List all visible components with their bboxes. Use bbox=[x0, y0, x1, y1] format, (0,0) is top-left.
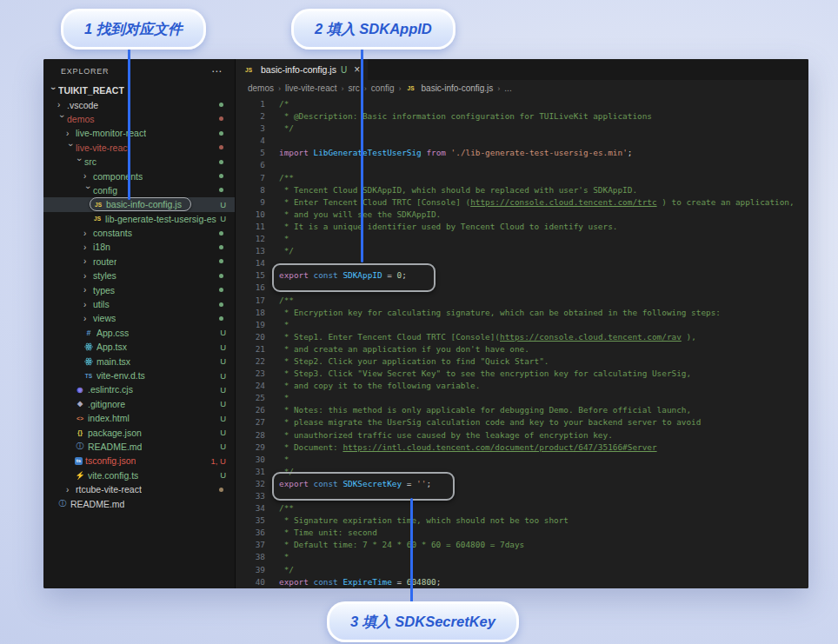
tree-item-tsconfig-json[interactable]: tstsconfig.json1, U bbox=[43, 454, 235, 468]
tree-item-vite-env-d-ts[interactable]: TSvite-env.d.tsU bbox=[43, 368, 235, 382]
tree-item-vite-config-ts[interactable]: ⚡vite.config.tsU bbox=[43, 468, 235, 482]
code-line-text: * Encryption key for calculating signatu… bbox=[279, 307, 721, 319]
tree-item-types[interactable]: ›types bbox=[43, 282, 235, 296]
code-line-22[interactable]: 22 * Step2. Click your application to fi… bbox=[236, 355, 808, 368]
connector-line-step2 bbox=[361, 40, 363, 262]
line-number: 38 bbox=[236, 551, 265, 563]
code-area[interactable]: 1/*2 * @Description: Basic information c… bbox=[236, 96, 808, 588]
code-line-29[interactable]: 29 * Document: https://intl.cloud.tencen… bbox=[236, 442, 808, 454]
tree-item-vscode[interactable]: ›.vscode bbox=[43, 97, 235, 111]
code-line-7[interactable]: 7/** bbox=[236, 172, 808, 184]
code-line-27[interactable]: 27 * please migrate the UserSig calculat… bbox=[236, 416, 808, 428]
code-line-16[interactable]: 16 bbox=[236, 282, 808, 294]
line-number: 27 bbox=[236, 416, 265, 428]
tree-item-components[interactable]: ›components bbox=[43, 169, 235, 183]
code-line-34[interactable]: 34/** bbox=[236, 502, 808, 515]
code-line-5[interactable]: 5import LibGenerateTestUserSig from './l… bbox=[236, 147, 808, 159]
code-line-18[interactable]: 18 * Encryption key for calculating sign… bbox=[236, 307, 808, 319]
code-line-33[interactable]: 33 bbox=[236, 490, 808, 502]
breadcrumb-tail[interactable]: ... bbox=[504, 83, 511, 93]
git-status-dot-icon bbox=[219, 245, 223, 249]
tree-item-router[interactable]: ›router bbox=[43, 255, 235, 269]
tree-item-gitignore[interactable]: ◆.gitignoreU bbox=[43, 397, 235, 411]
code-line-19[interactable]: 19 * bbox=[236, 319, 808, 331]
code-line-24[interactable]: 24 * and copy it to the following variab… bbox=[236, 380, 808, 392]
code-line-13[interactable]: 13 */ bbox=[236, 245, 808, 257]
tab-basic-info-config[interactable]: JS basic-info-config.js U × bbox=[236, 59, 368, 80]
tree-item-eslintrc-cjs[interactable]: ◉.eslintrc.cjsU bbox=[43, 382, 235, 396]
tree-item-index-html[interactable]: <>index.htmlU bbox=[43, 411, 235, 425]
code-line-31[interactable]: 31 */ bbox=[236, 466, 808, 478]
code-line-17[interactable]: 17/** bbox=[236, 295, 808, 307]
breadcrumb-item[interactable]: src bbox=[348, 83, 359, 93]
tree-item-readme-md[interactable]: ⓘREADME.md bbox=[43, 496, 235, 510]
code-line-38[interactable]: 38 * bbox=[236, 551, 808, 563]
line-number: 25 bbox=[236, 392, 265, 404]
tree-item-src[interactable]: ›src bbox=[43, 155, 235, 169]
tree-item-live-monitor-react[interactable]: ›live-monitor-react bbox=[43, 126, 235, 140]
tree-item-basic-info-config-js[interactable]: JSbasic-info-config.jsU bbox=[43, 197, 235, 211]
tree-item-main-tsx[interactable]: main.tsxU bbox=[43, 354, 235, 368]
code-line-11[interactable]: 11 * It is a unique identifier used by T… bbox=[236, 221, 808, 233]
code-line-14[interactable]: 14 bbox=[236, 257, 808, 269]
tree-item-label: .gitignore bbox=[88, 399, 125, 409]
tree-item-app-tsx[interactable]: App.tsxU bbox=[43, 340, 235, 354]
code-line-12[interactable]: 12 * bbox=[236, 233, 808, 245]
line-number: 40 bbox=[236, 576, 265, 588]
tree-item-label: main.tsx bbox=[96, 356, 130, 367]
code-line-1[interactable]: 1/* bbox=[236, 98, 808, 110]
tree-item-i18n[interactable]: ›i18n bbox=[43, 240, 235, 254]
code-line-10[interactable]: 10 * and you will see the SDKAppID. bbox=[236, 209, 808, 221]
code-line-4[interactable]: 4 bbox=[236, 135, 808, 147]
tree-item-label: types bbox=[93, 285, 115, 295]
tree-item-views[interactable]: ›views bbox=[43, 311, 235, 325]
tree-item-package-json[interactable]: {}package.jsonU bbox=[43, 425, 235, 439]
code-line-21[interactable]: 21 * and create an application if you do… bbox=[236, 343, 808, 355]
close-icon[interactable]: × bbox=[354, 63, 360, 76]
tree-item-label: index.html bbox=[88, 413, 130, 423]
code-line-37[interactable]: 37 * Default time: 7 * 24 * 60 * 60 = 60… bbox=[236, 539, 808, 551]
code-line-32[interactable]: 32export const SDKSecretKey = ''; bbox=[236, 478, 808, 490]
tree-item-utils[interactable]: ›utils bbox=[43, 297, 235, 311]
code-line-23[interactable]: 23 * Step3. Click "View Secret Key" to s… bbox=[236, 368, 808, 380]
tree-item-styles[interactable]: ›styles bbox=[43, 269, 235, 282]
breadcrumb-file[interactable]: JSbasic-info-config.js bbox=[406, 83, 494, 93]
code-line-25[interactable]: 25 * bbox=[236, 392, 808, 404]
code-line-2[interactable]: 2 * @Description: Basic information conf… bbox=[236, 110, 808, 123]
breadcrumb-item[interactable]: config bbox=[371, 83, 395, 93]
tree-root-tuikit-react[interactable]: › TUIKIT_REACT bbox=[43, 83, 235, 97]
code-line-40[interactable]: 40export const ExpireTime = 604800; bbox=[236, 576, 808, 588]
line-number: 12 bbox=[236, 233, 265, 245]
line-number: 1 bbox=[236, 98, 265, 110]
line-number: 22 bbox=[236, 355, 265, 368]
tree-item-app-css[interactable]: #App.cssU bbox=[43, 326, 235, 340]
code-line-text: * bbox=[279, 233, 289, 245]
code-line-26[interactable]: 26 * Notes: this method is only applicab… bbox=[236, 404, 808, 416]
tree-item-demos[interactable]: ›demos bbox=[43, 112, 235, 126]
tree-item-live-vite-react[interactable]: ›live-vite-react bbox=[43, 141, 235, 155]
code-line-36[interactable]: 36 * Time unit: second bbox=[236, 527, 808, 539]
code-line-30[interactable]: 30 * bbox=[236, 454, 808, 466]
code-line-15[interactable]: 15export const SDKAppID = 0; bbox=[236, 269, 808, 282]
code-line-39[interactable]: 39 */ bbox=[236, 564, 808, 576]
code-line-3[interactable]: 3 */ bbox=[236, 123, 808, 135]
tree-item-readme-md[interactable]: ⓘREADME.mdU bbox=[43, 440, 235, 454]
code-line-8[interactable]: 8 * Tencent Cloud SDKAppID, which should… bbox=[236, 184, 808, 196]
git-status-dot-icon bbox=[219, 274, 223, 278]
tab-git-status: U bbox=[341, 65, 347, 75]
breadcrumb-item[interactable]: live-vite-react bbox=[285, 83, 336, 93]
annotated-screenshot: EXPLORER ⋯ › TUIKIT_REACT ›.vscode›demos… bbox=[0, 0, 838, 644]
code-line-20[interactable]: 20 * Step1. Enter Tencent Cloud TRTC [Co… bbox=[236, 331, 808, 343]
vite-file-icon: ⚡ bbox=[75, 470, 85, 480]
tree-item-lib-generate-test-usersig-es-min-js[interactable]: JSlib-generate-test-usersig-es.min.jsU bbox=[43, 212, 235, 226]
more-actions-icon[interactable]: ⋯ bbox=[211, 65, 223, 77]
breadcrumb-item[interactable]: demos bbox=[248, 83, 274, 93]
tree-item-config[interactable]: ›config bbox=[43, 183, 235, 197]
tree-item-constants[interactable]: ›constants bbox=[43, 226, 235, 240]
code-line-6[interactable]: 6 bbox=[236, 159, 808, 171]
tree-item-rtcube-vite-react[interactable]: ›rtcube-vite-react bbox=[43, 482, 235, 496]
code-line-9[interactable]: 9 * Enter Tencent Cloud TRTC [Console] (… bbox=[236, 196, 808, 209]
code-line-35[interactable]: 35 * Signature expiration time, which sh… bbox=[236, 515, 808, 527]
git-status-badge: U bbox=[220, 214, 226, 223]
code-line-28[interactable]: 28 * unauthorized traffic use caused by … bbox=[236, 429, 808, 442]
